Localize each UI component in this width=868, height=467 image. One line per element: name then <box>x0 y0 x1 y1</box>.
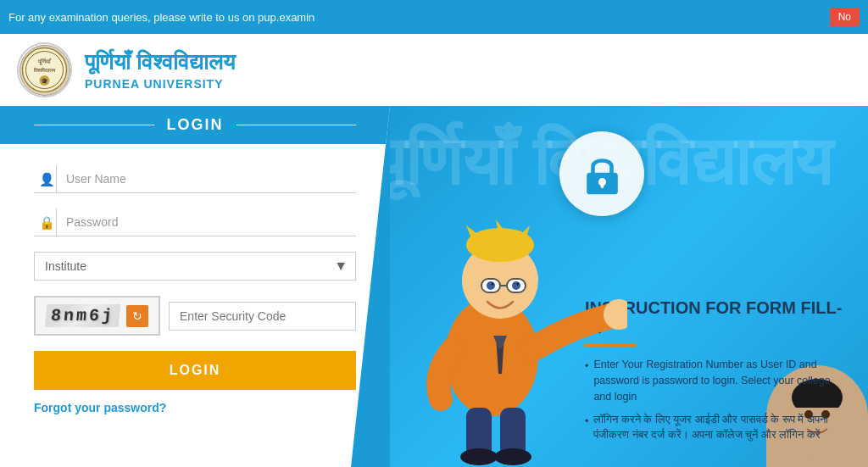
username-group: 👤 <box>34 165 356 193</box>
svg-point-20 <box>492 283 494 286</box>
login-button[interactable]: LOGIN <box>34 351 356 390</box>
institute-group: Institute ▼ <box>34 252 356 281</box>
institute-select[interactable]: Institute <box>34 252 356 281</box>
field-divider-pass <box>56 208 57 236</box>
university-logo: पूर्णियाँ विश्वविद्यालय 🎓 <box>17 42 72 97</box>
username-input[interactable] <box>34 165 356 193</box>
lock-icon: 🔒 <box>39 215 55 231</box>
marquee-wrapper: For any examination queries, please writ… <box>8 9 823 25</box>
logo-inner: पूर्णियाँ विश्वविद्यालय 🎓 <box>19 45 70 96</box>
captcha-row: 8nm6j ↻ <box>34 296 356 336</box>
uni-name-hindi: पूर्णियाँ विश्वविद्यालय <box>85 48 235 77</box>
right-panel: पूर्णियाँ विश्वविद्यालय <box>390 106 868 467</box>
login-panel: LOGIN 👤 🔒 Institute ▼ 8nm6j ↻ <box>0 106 390 467</box>
uni-name-english: PURNEA UNIVERSITY <box>85 76 235 92</box>
captcha-refresh-button[interactable]: ↻ <box>126 305 148 327</box>
svg-point-18 <box>487 281 495 290</box>
user-icon: 👤 <box>39 172 55 187</box>
marquee-text: For any examination queries, please writ… <box>8 11 314 24</box>
field-divider-user <box>56 165 57 193</box>
captcha-value: 8nm6j <box>45 304 120 327</box>
svg-text:विश्वविद्यालय: विश्वविद्यालय <box>33 67 56 73</box>
main-content: LOGIN 👤 🔒 Institute ▼ 8nm6j ↻ <box>0 106 868 467</box>
svg-text:पूर्णियाँ: पूर्णियाँ <box>37 58 52 65</box>
header-line-right <box>236 125 357 125</box>
svg-point-28 <box>494 448 531 465</box>
university-header: पूर्णियाँ विश्वविद्यालय 🎓 पूर्णियाँ विश्… <box>0 34 868 106</box>
password-input[interactable] <box>34 208 356 236</box>
svg-point-21 <box>517 283 520 286</box>
captcha-input[interactable] <box>169 302 356 331</box>
instruction-text-2: लॉगिन करने के लिए यूजर आईडी और पासवर्ड क… <box>593 412 851 444</box>
notification-button[interactable]: No <box>830 8 860 26</box>
svg-text:🎓: 🎓 <box>41 77 48 85</box>
login-title: LOGIN <box>167 116 224 134</box>
instruction-text-1: Enter Your Registration Number as User I… <box>593 357 851 404</box>
top-bar: For any examination queries, please writ… <box>0 0 868 34</box>
password-group: 🔒 <box>34 208 356 236</box>
cartoon-character <box>390 153 627 467</box>
svg-point-19 <box>512 281 520 290</box>
forgot-password-link[interactable]: Forgot your password? <box>34 401 166 414</box>
svg-point-27 <box>460 448 498 465</box>
university-name: पूर्णियाँ विश्वविद्यालय PURNEA UNIVERSIT… <box>85 48 235 92</box>
captcha-box: 8nm6j ↻ <box>34 296 160 336</box>
login-header: LOGIN <box>0 106 390 144</box>
header-line-left <box>34 125 154 125</box>
